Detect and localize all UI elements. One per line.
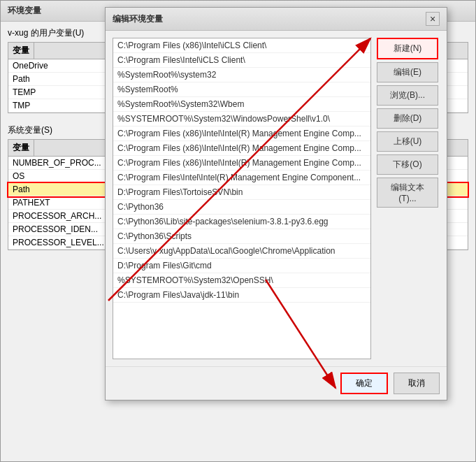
dialog-title: 编辑环境变量 (113, 13, 163, 25)
sidebar-button[interactable]: 浏览(B)... (377, 85, 438, 106)
var-name: PROCESSOR_LEVEL... (8, 236, 99, 249)
close-button[interactable]: × (426, 12, 440, 26)
list-item[interactable]: C:\Program Files\Intel\Intel(R) Manageme… (113, 171, 370, 185)
list-item[interactable]: C:\Program Files\Java\jdk-11\bin (113, 288, 370, 303)
dialog-cancel-button[interactable]: 取消 (394, 373, 440, 394)
var-name: OneDrive (8, 59, 99, 72)
list-item[interactable]: C:\Program Files (x86)\Intel\Intel(R) Ma… (113, 156, 370, 171)
list-item[interactable]: C:\Program Files (x86)\Intel\iCLS Client… (113, 38, 370, 53)
sidebar-button[interactable]: 下移(O) (377, 154, 438, 175)
sidebar-button[interactable]: 编辑(E) (377, 62, 438, 82)
sidebar-button[interactable]: 上移(U) (377, 131, 438, 152)
var-name: PROCESSOR_IDEN... (8, 223, 99, 236)
list-item[interactable]: C:\Python36 (113, 200, 370, 215)
var-name: NUMBER_OF_PROC... (8, 157, 99, 169)
list-item[interactable]: C:\Users\v-xug\AppData\Local\Google\Chro… (113, 244, 370, 259)
list-item[interactable]: D:\Program Files\Git\cmd (113, 259, 370, 273)
user-var-col-header: 变量 (8, 43, 34, 59)
list-item[interactable]: C:\Program Files (x86)\Intel\Intel(R) Ma… (113, 141, 370, 156)
dialog-sidebar: 新建(N)编辑(E)浏览(B)...删除(D)上移(U)下移(O)编辑文本(T)… (377, 38, 440, 359)
var-name: PROCESSOR_ARCH... (8, 210, 99, 222)
list-item[interactable]: %SYSTEMROOT%\System32\OpenSSH\ (113, 273, 370, 288)
list-item[interactable]: %SystemRoot%\System32\Wbem (113, 97, 370, 112)
var-name: PATHEXT (8, 196, 99, 209)
var-name: Path (8, 183, 99, 196)
dialog-footer: 确定 取消 (106, 366, 447, 400)
var-name: OS (8, 170, 99, 182)
edit-env-dialog: 编辑环境变量 × C:\Program Files (x86)\Intel\iC… (105, 7, 447, 400)
var-name: Path (8, 73, 99, 85)
paths-list[interactable]: C:\Program Files (x86)\Intel\iCLS Client… (113, 38, 371, 359)
list-item[interactable]: C:\Program Files\Intel\iCLS Client\ (113, 53, 370, 68)
list-item[interactable]: C:\Python36\Scripts (113, 229, 370, 244)
list-item[interactable]: %SystemRoot%\system32 (113, 68, 370, 82)
list-item[interactable]: %SYSTEMROOT%\System32\WindowsPowerShell\… (113, 112, 370, 127)
list-item[interactable]: C:\Python36\Lib\site-packages\selenium-3… (113, 215, 370, 229)
system-var-col-header: 变量 (8, 140, 34, 156)
dialog-ok-button[interactable]: 确定 (340, 373, 388, 394)
var-name: TMP (8, 99, 99, 112)
dialog-titlebar: 编辑环境变量 × (106, 8, 447, 31)
env-bg-title: 环境变量 (8, 5, 41, 17)
sidebar-button[interactable]: 编辑文本(T)... (377, 178, 438, 208)
var-name: TEMP (8, 86, 99, 99)
list-item[interactable]: D:\Program Files\TortoiseSVN\bin (113, 185, 370, 200)
list-item[interactable]: C:\Program Files (x86)\Intel\Intel(R) Ma… (113, 127, 370, 141)
sidebar-button[interactable]: 新建(N) (377, 38, 438, 59)
sidebar-button[interactable]: 删除(D) (377, 108, 438, 129)
dialog-body: C:\Program Files (x86)\Intel\iCLS Client… (106, 31, 447, 366)
list-item[interactable]: %SystemRoot% (113, 82, 370, 97)
